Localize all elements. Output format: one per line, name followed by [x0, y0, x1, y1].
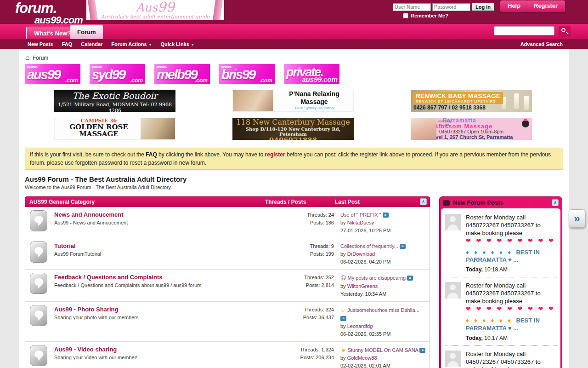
ad-renwick-massage[interactable]: RENWICK BABY MASSAGE RENWICK ST LEICHHAR… [411, 90, 532, 112]
category-header: AUS99 General Category Threads / Posts L… [25, 196, 430, 207]
breadcrumb-forum[interactable]: Forum [33, 55, 49, 61]
sidebar-post-link[interactable]: Roster for Monday call 0450723267 045073… [466, 351, 541, 368]
girl-photo [411, 118, 436, 140]
last-post-link[interactable]: Collections of frequently... [340, 243, 398, 249]
register-button[interactable]: Register [526, 0, 565, 12]
nav-forum-actions[interactable]: Forum Actions [111, 41, 152, 47]
collapse-button[interactable] [420, 198, 427, 205]
speech-bubble-icon [443, 200, 450, 206]
forum-icon [30, 305, 47, 326]
ad-exotic-boudoir[interactable]: The Exotic Boudoir 1/521 Military Road, … [54, 90, 175, 112]
site-header: forum. aus99.com Aus99 Australia's best … [0, 0, 588, 24]
nav-new-posts[interactable]: New Posts [28, 41, 53, 47]
last-post-user[interactable]: Leonardfdg [347, 323, 373, 329]
forum-row-photo-sharing: Aus99 - Photo Sharing Sharing your photo… [25, 301, 430, 341]
last-post-link[interactable]: Use of " PREFIX " [340, 212, 381, 218]
new-forum-posts-widget: New Forum Posts Roster for Monday call 0… [439, 196, 562, 368]
last-post-user[interactable]: DrDownload [347, 251, 375, 257]
forum-title-link[interactable]: News and Annoucement [54, 211, 267, 218]
banner-private-aus99[interactable]: private. aus99.com [284, 64, 339, 84]
last-post-user[interactable]: GoldMeow88 [347, 355, 377, 361]
last-post-user[interactable]: WiltonGreens [347, 283, 378, 289]
post-time: Today, 10:17 AM [466, 335, 557, 341]
sidebar-post-link[interactable]: Roster for Monday call 0450723267 045073… [466, 282, 541, 305]
remember-me-label: Remember Me? [411, 13, 448, 18]
sidebar-post-link[interactable]: Roster for Monday call 0450723267 045073… [466, 214, 541, 236]
massage-photo [233, 90, 273, 111]
sidebar-slideout-button[interactable] [569, 209, 585, 228]
ad-blossom-massage[interactable]: everyday10 Girls Parramatta Blossom Mass… [411, 118, 532, 140]
nav-calendar[interactable]: Calendar [81, 41, 102, 47]
advanced-search-link[interactable]: Advanced Search [520, 41, 563, 47]
nav-quick-links[interactable]: Quick Links [161, 41, 194, 47]
search-input[interactable] [494, 26, 554, 35]
sidebar-post: Roster for Monday call 0450723267 045073… [445, 209, 557, 277]
home-icon[interactable] [25, 55, 30, 61]
main-content: AUS99 General Category Threads / Posts L… [25, 196, 563, 368]
ad-118-canterbury-massage[interactable]: 118 New Canterbury Massage Shop B/118-12… [232, 118, 354, 140]
header-banner-ad[interactable]: Aus99 Australia's best adult entertainme… [86, 0, 224, 20]
faq-link[interactable]: FAQ [146, 151, 157, 158]
register-link[interactable]: register [265, 151, 285, 158]
column-last-post: Last Post [335, 199, 420, 205]
angry-emoji: ☹ [340, 275, 346, 281]
collapse-button[interactable] [552, 199, 559, 206]
last-post-link[interactable]: Stunny MODEL On CAM SANA [348, 347, 418, 353]
password-input[interactable] [432, 3, 470, 11]
forum-title-link[interactable]: Feedback / Questions and Complaints [54, 274, 267, 281]
last-post-link[interactable]: Justsomehourhoe miss Dahlia... [347, 307, 419, 313]
avatar[interactable] [445, 351, 461, 367]
blue-diamond-row: ♦ ♦ ♦ ♦ ♦ ♦ [466, 249, 513, 256]
username-input[interactable] [393, 3, 431, 11]
banner-melb99[interactable]: www. melb99 .com [154, 64, 210, 84]
forum-title-link[interactable]: Tutorial [54, 242, 267, 249]
last-post-info: ☻ Stunny MODEL On CAM SANA by GoldMeow88… [334, 345, 426, 368]
goto-last-post-icon[interactable] [400, 244, 406, 249]
forum-title-link[interactable]: Aus99 - Video sharing [54, 346, 267, 353]
logo-line1: forum. [15, 1, 83, 15]
banner-aus99[interactable]: www. aus99 .com [25, 64, 80, 84]
goto-last-post-icon[interactable] [383, 213, 389, 218]
cool-emoji: ☻ [340, 347, 346, 353]
heart-emoji-row: ❤ ❤ ❤ ❤ ❤ ❤ ❤ ❤ ❤ [466, 305, 557, 313]
forum-title-link[interactable]: Aus99 - Photo Sharing [54, 306, 267, 313]
widget-header: New Forum Posts [441, 197, 560, 208]
goto-last-post-icon[interactable] [340, 316, 346, 321]
main-tab-bar: What's New? Forum [0, 24, 588, 39]
smiley-emoji: ☺ [340, 307, 346, 313]
sidebar-post: Roster for Monday call 0450723267 045073… [445, 346, 557, 368]
search-button[interactable] [559, 26, 571, 37]
site-logo[interactable]: forum. aus99.com [15, 1, 83, 25]
goto-last-post-icon[interactable] [419, 348, 425, 353]
goto-last-post-icon[interactable] [407, 276, 413, 281]
remember-me-row: Remember Me? [403, 13, 448, 18]
page-title: Aus99 Forum - The Best Australia Adult D… [25, 175, 563, 183]
chevron-down-icon [149, 41, 152, 47]
forum-icon [30, 210, 47, 231]
remember-me-checkbox[interactable] [403, 13, 408, 18]
candle-decoration [514, 93, 519, 109]
forum-stats: Threads: 324 Posts: 36,437 [267, 305, 334, 338]
banner-bris99[interactable]: www. bris99 .com [219, 64, 275, 84]
candle-decoration [524, 96, 529, 110]
avatar[interactable] [445, 214, 461, 230]
last-post-link[interactable]: My posts are disappearng [348, 275, 406, 281]
forum-row-feedback: Feedback / Questions and Complaints Feed… [25, 269, 430, 301]
page-container: Forum www. aus99 .com www. syd99 .com ww… [19, 49, 569, 368]
nav-faq[interactable]: FAQ [62, 41, 73, 47]
avatar[interactable] [445, 282, 461, 299]
last-post-user[interactable]: NikitaDuesy [347, 220, 374, 225]
first-visit-notice: If this is your first visit, be sure to … [25, 148, 563, 170]
forum-stats: Threads: 252 Posts: 2,814 [267, 273, 334, 298]
widget-title: New Forum Posts [453, 199, 548, 206]
banner-syd99[interactable]: www. syd99 .com [90, 64, 145, 84]
search-icon [561, 28, 565, 32]
forum-row-tutorial: Tutorial Aus99 ForumTutoiral Threads: 9 … [25, 238, 430, 269]
help-button[interactable]: Help [500, 0, 528, 12]
ad-golden-rose-massage[interactable]: CAMPSIE 36 GOLDEN ROSE MASSAGE 36 NORTH … [54, 118, 175, 140]
banner-title: Aus99 [86, 0, 224, 14]
login-button[interactable]: Log in [472, 3, 494, 11]
ad-pnana-massage[interactable]: P’Nana Relaxing Massage 11/36 Sydney Rd.… [232, 90, 354, 112]
tab-forum[interactable]: Forum [70, 25, 103, 39]
doll-logo-icon [522, 120, 529, 127]
